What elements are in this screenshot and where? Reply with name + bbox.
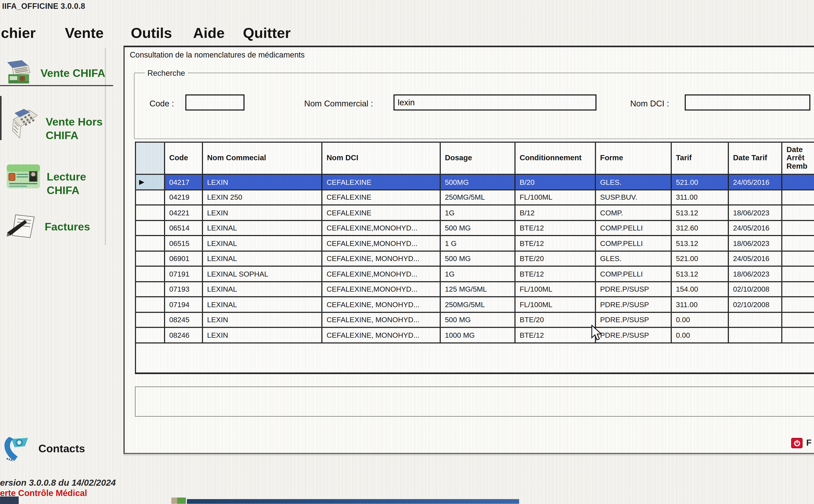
cell-dosage: 250MG/5ML: [441, 190, 516, 204]
close-button-label: F: [806, 438, 812, 448]
cell-nom_commercial: LEXINAL: [203, 251, 322, 266]
cell-conditionnement: BTE/12: [516, 236, 596, 250]
nomenclature-dialog: Consultation de la nomenclatures de médi…: [123, 46, 814, 454]
row-selector-cell: [136, 236, 165, 250]
cell-conditionnement: BTE/20: [516, 313, 596, 327]
cell-dosage: 500 MG: [441, 251, 516, 266]
bottom-panel: [135, 387, 814, 417]
column-header[interactable]: Nom DCI: [322, 143, 441, 174]
search-groupbox: Recherche Code : Nom Commercial : Nom DC…: [134, 68, 814, 139]
cell-conditionnement: BTE/12: [516, 221, 596, 235]
close-button[interactable]: F: [791, 438, 812, 448]
cell-dosage: 1G: [441, 205, 516, 220]
cell-tarif: 521.00: [672, 175, 729, 189]
sidebar-item-label: Factures: [45, 213, 90, 233]
table-row[interactable]: 06901LEXINALCEFALEXINE, MONOHYD...500 MG…: [136, 251, 814, 267]
menu-fichier[interactable]: ichier: [0, 25, 36, 42]
cell-nom_dci: CEFALEXINE: [322, 175, 441, 189]
column-header[interactable]: Forme: [596, 143, 672, 174]
column-header[interactable]: Tarif: [672, 143, 729, 174]
factures-icon: [6, 213, 38, 244]
cell-dosage: 125 MG/5ML: [441, 282, 516, 296]
cell-nom_dci: CEFALEXINE: [322, 190, 441, 204]
nom-commercial-input[interactable]: [393, 94, 597, 110]
selected-row-arrow-icon: ▶: [139, 179, 144, 185]
cell-nom_commercial: LEXINAL: [203, 221, 322, 235]
vente-hors-chifa-icon: [8, 108, 40, 143]
sidebar-item-lecture-chifa[interactable]: Lecture CHIFA: [6, 163, 86, 197]
cell-date_tarif: [729, 190, 782, 204]
version-text: ersion 3.0.0.8 du 14/02/2024: [0, 478, 116, 488]
table-row[interactable]: 08246LEXINCEFALEXINE, MONOHYD...1000 MGB…: [136, 328, 814, 343]
cell-code: 06515: [165, 236, 203, 250]
table-row[interactable]: 06515LEXINALCEFALEXINE,MONOHYD...1 GBTE/…: [136, 236, 814, 251]
row-selector-cell: [136, 221, 165, 235]
cell-conditionnement: BTE/20: [516, 251, 596, 266]
cell-dosage: 1G: [441, 267, 516, 281]
column-header[interactable]: Dosage: [441, 143, 516, 174]
cell-nom_commercial: LEXINAL: [203, 282, 322, 296]
column-header[interactable]: Nom Commecial: [203, 143, 322, 174]
row-selector-cell: [136, 190, 165, 204]
sidebar-item-vente-hors-chifa[interactable]: Vente Hors CHIFA: [8, 108, 103, 143]
table-row[interactable]: 04221LEXINCEFALEXINE1GB/12COMP.513.1218/…: [136, 205, 814, 221]
column-header[interactable]: Date Tarif: [729, 143, 782, 174]
cell-forme: GLES.: [596, 175, 672, 189]
menu-vente[interactable]: Vente: [65, 25, 104, 42]
cell-tarif: 513.12: [672, 267, 729, 281]
cell-forme: COMP.PELLI: [596, 221, 672, 235]
cell-conditionnement: BTE/12: [516, 328, 596, 342]
sidebar-item-label: Vente CHIFA: [41, 59, 105, 80]
table-row[interactable]: ▶04217LEXINCEFALEXINE500MGB/20GLES.521.0…: [136, 175, 814, 190]
table-row[interactable]: 07191LEXINAL SOPHALCEFALEXINE,MONOHYD...…: [136, 267, 814, 282]
cell-nom_commercial: LEXINAL: [203, 236, 322, 250]
column-header[interactable]: Conditionnement: [516, 143, 596, 174]
table-row[interactable]: 08245LEXINCEFALEXINE, MONOHYD...500 MGBT…: [136, 313, 814, 328]
row-selector-cell: [136, 297, 165, 311]
mouse-cursor: [591, 325, 602, 344]
table-header-row: CodeNom CommecialNom DCIDosageConditionn…: [136, 143, 814, 175]
cell-dosage: 250MG/5ML: [441, 297, 516, 311]
row-selector-cell: [136, 267, 165, 281]
row-selector-cell: [136, 251, 165, 266]
medication-table: CodeNom CommecialNom DCIDosageConditionn…: [135, 142, 814, 374]
column-header[interactable]: Date Arrêt Remb: [782, 143, 814, 174]
row-selector-cell: [136, 282, 165, 296]
menu-outils[interactable]: Outils: [131, 25, 172, 42]
column-header[interactable]: Code: [165, 143, 203, 174]
menu-aide[interactable]: Aide: [193, 25, 224, 42]
app-screen: IIFA_OFFICINE 3.0.0.8 ichier Vente Outil…: [0, 0, 814, 504]
sidebar-item-label: Contacts: [38, 435, 85, 455]
taskbar-app-icon[interactable]: [171, 498, 186, 504]
cell-dosage: 1000 MG: [441, 328, 516, 342]
cell-tarif: 0.00: [672, 328, 729, 342]
table-row[interactable]: 07193LEXINALCEFALEXINE,MONOHYD...125 MG/…: [136, 282, 814, 297]
table-row[interactable]: 06514LEXINALCEFALEXINE,MONOHYD...500 MGB…: [136, 221, 814, 236]
cell-nom_dci: CEFALEXINE, MONOHYD...: [322, 297, 441, 311]
code-input[interactable]: [185, 94, 245, 110]
cell-date_arret_remb: [782, 236, 814, 250]
sidebar-item-contacts[interactable]: Contacts: [2, 435, 85, 465]
bottom-left-rectangle: [0, 496, 19, 504]
cell-date_tarif: 24/05/2016: [729, 251, 782, 266]
table-row[interactable]: 04219LEXIN 250CEFALEXINE250MG/5MLFL/100M…: [136, 190, 814, 205]
cell-tarif: 154.00: [672, 282, 729, 296]
taskbar[interactable]: [187, 499, 519, 504]
cell-conditionnement: BTE/12: [516, 267, 596, 281]
cell-code: 08246: [165, 328, 203, 342]
cell-tarif: 0.00: [672, 313, 729, 327]
cell-date_tarif: 02/10/2008: [729, 297, 782, 311]
table-row[interactable]: 07194LEXINALCEFALEXINE, MONOHYD...250MG/…: [136, 297, 814, 313]
menu-quitter[interactable]: Quitter: [243, 25, 290, 42]
cell-nom_commercial: LEXIN: [203, 175, 322, 189]
sidebar-item-factures[interactable]: Factures: [6, 213, 90, 244]
cell-date_tarif: 18/06/2023: [729, 267, 782, 281]
cell-tarif: 311.00: [672, 297, 729, 311]
nom-dci-input[interactable]: [685, 94, 810, 110]
header-gutter-cell: [136, 143, 165, 174]
cell-forme: PDRE.P/SUSP: [596, 282, 672, 296]
cell-nom_dci: CEFALEXINE,MONOHYD...: [322, 282, 441, 296]
cell-nom_commercial: LEXIN 250: [203, 190, 322, 204]
cell-date_tarif: 18/06/2023: [729, 236, 782, 250]
sidebar-item-vente-chifa[interactable]: Vente CHIFA: [4, 59, 105, 87]
